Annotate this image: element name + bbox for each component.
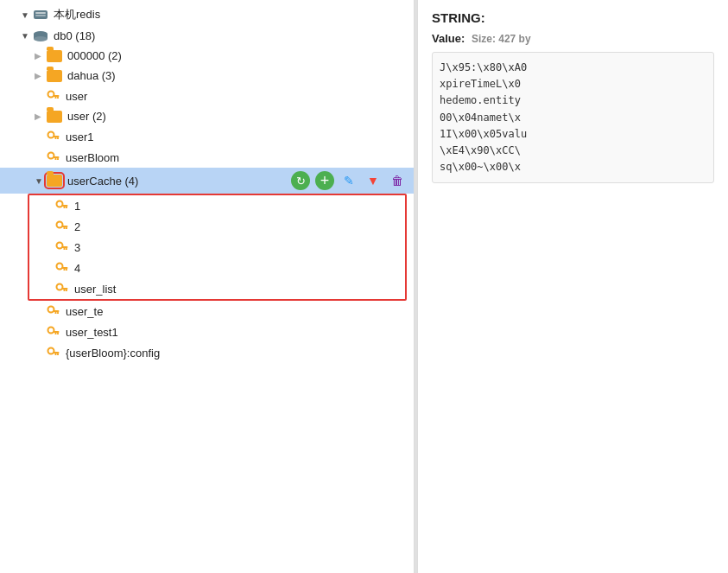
item-label: 3 [74,241,80,254]
item-label: user (2) [67,110,106,123]
folder-icon [47,175,62,187]
svg-rect-31 [62,267,68,269]
svg-rect-7 [54,95,60,97]
svg-rect-17 [55,158,57,160]
svg-point-10 [48,132,54,138]
svg-point-34 [57,284,63,290]
svg-rect-11 [54,136,60,137]
item-label: user [66,90,87,103]
item-label: userCache (4) [67,175,138,188]
svg-rect-39 [54,310,60,312]
item-key3[interactable]: ▶ 3 [29,237,405,258]
db0-label: db0 (18) [54,29,95,42]
server-node[interactable]: ▼ 本机redis [0,3,414,26]
row-toolbar: ↻ + ✎ ▼ 🗑 [291,171,407,190]
svg-point-26 [57,243,63,249]
value-text: J\x95:\x80\xA0 xpireTimeL\x0 hedemo.enti… [440,61,527,173]
folder-triangle: ▶ [35,51,45,60]
item-000000[interactable]: ▶ 000000 (2) [0,46,414,66]
reload-button[interactable]: ↻ [291,171,310,190]
svg-rect-20 [66,207,67,208]
value-size: Size: 427 by [472,33,531,45]
item-user-test1[interactable]: ▶ user_test1 [0,322,414,342]
edit-button[interactable]: ✎ [339,171,358,190]
key-icon [55,282,69,296]
string-type-label: STRING: [432,10,714,25]
svg-point-14 [48,153,54,159]
folder-triangle: ▼ [35,176,45,186]
svg-rect-16 [57,158,59,160]
svg-rect-9 [55,97,57,99]
svg-rect-37 [64,290,66,291]
folder-icon [47,50,62,62]
server-label: 本机redis [54,7,100,22]
item-userbloom-config[interactable]: ▶ {userBloom}:config [0,342,414,363]
delete-button[interactable]: 🗑 [388,171,407,190]
key-icon [47,89,60,103]
key-icon [55,261,69,275]
svg-rect-8 [57,97,59,99]
item-label: userBloom [66,151,119,164]
svg-rect-35 [62,288,68,290]
value-keyword: Value: [432,32,465,45]
key-icon [55,240,69,254]
key-icon [47,304,60,318]
svg-rect-41 [55,312,57,314]
svg-point-5 [34,36,47,41]
value-content: J\x95:\x80\xA0 xpireTimeL\x0 hedemo.enti… [432,52,714,183]
svg-rect-25 [64,227,66,229]
svg-point-18 [57,201,63,207]
svg-rect-27 [62,246,68,248]
svg-rect-32 [66,269,67,271]
item-label: user_te [66,305,103,318]
folder-triangle: ▶ [35,71,45,80]
item-user-list[interactable]: ▶ user_list [29,278,405,299]
svg-rect-21 [64,207,66,208]
svg-rect-1 [35,12,46,14]
svg-point-22 [57,222,63,228]
item-label: 000000 (2) [67,49,122,62]
item-dahua[interactable]: ▶ dahua (3) [0,66,414,86]
item-key1[interactable]: ▶ 1 [29,195,405,216]
db0-node[interactable]: ▼ db0 (18) [0,26,414,46]
item-key2[interactable]: ▶ 2 [29,216,405,237]
svg-rect-33 [64,269,66,271]
item-user2[interactable]: ▶ user (2) [0,106,414,126]
svg-rect-13 [55,137,57,139]
folder-triangle: ▶ [35,111,45,121]
svg-rect-49 [55,353,57,355]
item-user1[interactable]: ▶ user1 [0,126,414,147]
item-key4[interactable]: ▶ 4 [29,258,405,278]
svg-point-6 [48,92,54,98]
svg-rect-43 [54,331,60,333]
svg-rect-40 [57,312,59,314]
filter-button[interactable]: ▼ [364,171,383,190]
svg-rect-24 [66,227,67,229]
right-panel: STRING: Value: Size: 427 by J\x95:\x80\x… [417,0,728,573]
svg-rect-36 [66,290,67,291]
folder-icon [47,70,62,82]
db0-icon [33,30,48,42]
svg-rect-23 [62,226,68,227]
svg-rect-15 [54,156,60,158]
svg-rect-19 [62,205,68,207]
item-userBloom[interactable]: ▶ userBloom [0,147,414,168]
key-icon [47,325,60,339]
item-user-te[interactable]: ▶ user_te [0,301,414,322]
server-triangle: ▼ [21,10,31,20]
svg-rect-47 [54,352,60,353]
svg-point-30 [57,264,63,270]
item-label: 2 [74,220,80,233]
item-user[interactable]: ▶ user [0,86,414,106]
svg-rect-44 [57,333,59,334]
add-button[interactable]: + [315,171,334,190]
item-label: user_list [74,283,116,296]
db0-triangle: ▼ [21,31,31,41]
item-label: dahua (3) [67,69,116,82]
children-box: ▶ 1 ▶ 2 [28,194,407,301]
key-icon [55,220,69,233]
svg-rect-48 [57,353,59,355]
key-icon [47,150,60,164]
svg-rect-12 [57,137,59,139]
item-userCache[interactable]: ▼ userCache (4) ↻ + ✎ ▼ 🗑 [0,168,414,194]
